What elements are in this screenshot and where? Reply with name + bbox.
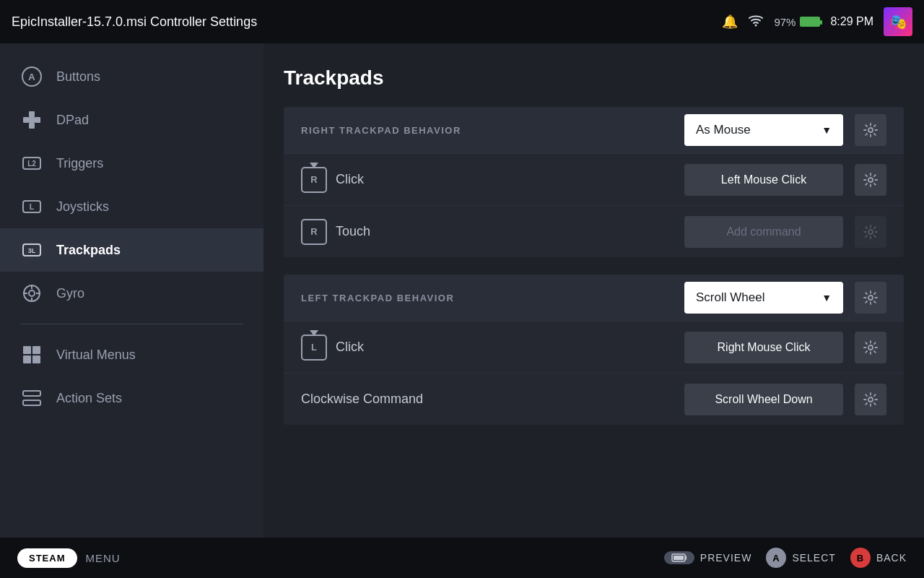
sidebar-item-gyro[interactable]: Gyro xyxy=(0,272,263,315)
sidebar-label-action-sets: Action Sets xyxy=(56,391,122,406)
gyro-icon xyxy=(20,282,43,305)
svg-point-29 xyxy=(868,230,873,234)
preview-action[interactable]: PREVIEW xyxy=(664,551,752,564)
dpad-icon xyxy=(20,108,43,131)
trackpads-icon: 3L xyxy=(20,238,43,262)
svg-point-28 xyxy=(868,178,873,182)
preview-label: PREVIEW xyxy=(700,552,752,564)
sidebar-item-buttons[interactable]: A Buttons xyxy=(0,55,263,98)
right-touch-icon-letter: R xyxy=(310,226,317,237)
menu-label: MENU xyxy=(86,552,121,564)
left-click-action-btn[interactable]: Right Mouse Click xyxy=(684,332,843,363)
back-circle: B xyxy=(850,548,871,568)
right-click-action-label: Left Mouse Click xyxy=(721,173,806,186)
right-touch-trackpad-icon: R xyxy=(301,219,327,245)
sidebar-label-triggers: Triggers xyxy=(56,156,103,171)
clockwise-settings-btn[interactable] xyxy=(855,384,886,415)
notification-icon: 🔔 xyxy=(722,14,738,30)
sidebar-item-virtual-menus[interactable]: Virtual Menus xyxy=(0,333,263,376)
select-label: SELECT xyxy=(792,552,835,564)
right-touch-icon-area: R Touch xyxy=(301,219,673,245)
right-click-icon-letter: R xyxy=(310,174,317,185)
svg-rect-34 xyxy=(685,556,687,560)
svg-text:3L: 3L xyxy=(28,247,36,254)
clockwise-command-name: Clockwise Command xyxy=(301,392,423,407)
avatar: 🎭 xyxy=(884,7,912,36)
joysticks-icon: L xyxy=(20,195,43,218)
left-click-settings-btn[interactable] xyxy=(855,332,886,363)
left-trackpad-header: LEFT TRACKPAD BEHAVIOR Scroll Wheel ▼ xyxy=(284,275,904,321)
clockwise-action-btn[interactable]: Scroll Wheel Down xyxy=(684,384,843,415)
sidebar-item-triggers[interactable]: L2 Triggers xyxy=(0,142,263,185)
right-trackpad-section: RIGHT TRACKPAD BEHAVIOR As Mouse ▼ xyxy=(284,107,904,257)
preview-pill xyxy=(664,551,694,564)
sidebar-label-trackpads: Trackpads xyxy=(56,243,121,258)
right-click-settings-btn[interactable] xyxy=(855,164,886,196)
virtual-menus-icon xyxy=(20,343,43,366)
right-trackpad-label: RIGHT TRACKPAD BEHAVIOR xyxy=(301,125,673,136)
left-click-icon-letter: L xyxy=(311,342,317,353)
svg-rect-25 xyxy=(23,400,40,405)
right-touch-settings-btn[interactable] xyxy=(855,216,886,248)
svg-rect-22 xyxy=(23,355,31,363)
right-trackpad-header: RIGHT TRACKPAD BEHAVIOR As Mouse ▼ xyxy=(284,107,904,153)
svg-rect-7 xyxy=(29,117,35,123)
sidebar: A Buttons DPad L2 xyxy=(0,43,263,538)
right-click-command-name: Click xyxy=(336,172,364,187)
right-behavior-dropdown[interactable]: As Mouse ▼ xyxy=(684,114,843,146)
bottombar-actions: PREVIEW A SELECT B BACK xyxy=(664,548,907,568)
topbar-title: EpicInstaller-15.7.0.msi Controller Sett… xyxy=(12,14,710,30)
left-click-trackpad-icon: L xyxy=(301,335,327,361)
triggers-icon: L2 xyxy=(20,152,43,175)
sidebar-item-joysticks[interactable]: L Joysticks xyxy=(0,185,263,228)
battery-icon xyxy=(800,17,820,27)
sidebar-divider xyxy=(20,324,243,324)
right-touch-action-btn[interactable]: Add command xyxy=(684,216,843,248)
left-trackpad-section: LEFT TRACKPAD BEHAVIOR Scroll Wheel ▼ xyxy=(284,275,904,425)
right-touch-row: R Touch Add command xyxy=(284,205,904,257)
topbar-time: 8:29 PM xyxy=(830,15,873,28)
sidebar-item-action-sets[interactable]: Action Sets xyxy=(0,376,263,420)
steam-button[interactable]: STEAM xyxy=(17,548,77,568)
svg-point-0 xyxy=(755,24,757,26)
right-click-row: R Click Left Mouse Click xyxy=(284,153,904,205)
left-dropdown-arrow: ▼ xyxy=(821,292,832,303)
page-title: Trackpads xyxy=(284,66,904,90)
left-trackpad-settings-btn[interactable] xyxy=(855,282,886,314)
svg-rect-24 xyxy=(23,391,40,396)
topbar-icons: 🔔 97% 8:29 PM 🎭 xyxy=(722,7,912,36)
back-action[interactable]: B BACK xyxy=(850,548,907,568)
left-behavior-value: Scroll Wheel xyxy=(696,290,813,305)
clockwise-action-label: Scroll Wheel Down xyxy=(715,393,812,406)
right-touch-command-name: Touch xyxy=(336,224,370,239)
left-behavior-dropdown[interactable]: Scroll Wheel ▼ xyxy=(684,282,843,314)
battery-percent: 97% xyxy=(774,16,796,28)
svg-rect-20 xyxy=(23,346,31,354)
action-sets-icon xyxy=(20,387,43,410)
left-click-indicator xyxy=(310,330,318,336)
left-click-action-label: Right Mouse Click xyxy=(718,341,811,354)
svg-rect-5 xyxy=(23,117,29,123)
svg-point-32 xyxy=(868,397,873,402)
svg-text:L2: L2 xyxy=(27,160,36,168)
sidebar-label-dpad: DPad xyxy=(56,113,89,128)
main-layout: A Buttons DPad L2 xyxy=(0,43,924,538)
svg-rect-6 xyxy=(35,117,40,123)
clockwise-command-row: Clockwise Command Scroll Wheel Down xyxy=(284,373,904,425)
svg-point-31 xyxy=(868,345,873,350)
sidebar-item-dpad[interactable]: DPad xyxy=(0,98,263,142)
select-action[interactable]: A SELECT xyxy=(766,548,835,568)
right-click-trackpad-icon: R xyxy=(301,167,327,193)
svg-text:L: L xyxy=(30,202,35,211)
svg-rect-35 xyxy=(674,556,684,560)
buttons-icon: A xyxy=(20,65,43,88)
right-click-action-btn[interactable]: Left Mouse Click xyxy=(684,164,843,196)
left-click-command-name: Click xyxy=(336,340,364,355)
svg-point-30 xyxy=(868,296,873,300)
svg-point-15 xyxy=(29,290,35,296)
select-circle: A xyxy=(766,548,786,568)
right-trackpad-settings-btn[interactable] xyxy=(855,114,886,146)
left-trackpad-label: LEFT TRACKPAD BEHAVIOR xyxy=(301,293,673,303)
sidebar-item-trackpads[interactable]: 3L Trackpads xyxy=(0,228,263,272)
right-touch-action-label: Add command xyxy=(726,225,801,238)
